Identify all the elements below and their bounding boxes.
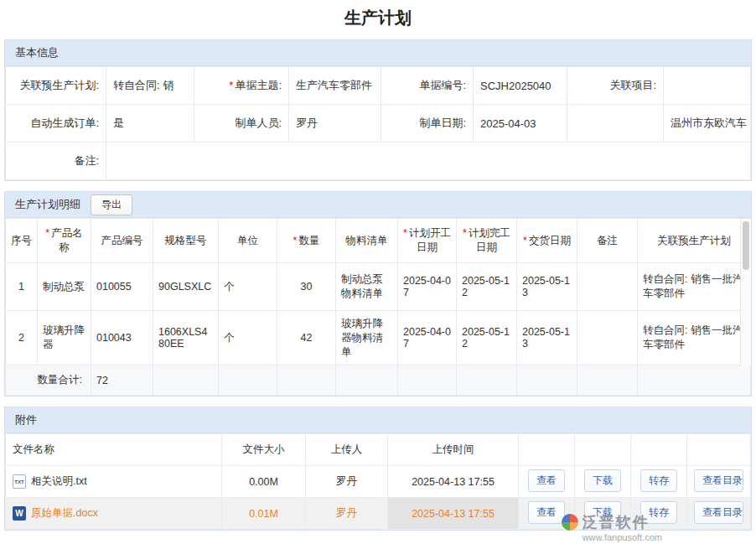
col-spec-model: 规格型号 [153,219,219,263]
detail-total-row: 数量合计: 72 [6,365,751,396]
remark-label: 备注: [6,142,106,180]
cell-qty: 30 [277,263,336,311]
col-seq: 序号 [6,219,38,263]
col-plan-start: *计划开工日期 [398,219,457,263]
basic-info-title: 基本信息 [15,45,59,60]
required-marker: * [463,227,467,239]
detail-title: 生产计划明细 [15,197,80,212]
attachments-header: 附件 [5,407,751,433]
file-upload-time: 2025-04-13 17:55 [388,498,519,530]
view-button[interactable]: 查看 [528,501,565,524]
attachment-row: TXT 相关说明.txt 0.00M 罗丹 2025-04-13 17:55 查… [6,466,751,498]
basic-info-section: 基本信息 关联预生产计划: 转自合同: 销 *单据主题: 生产汽车零部件 单据编… [4,39,752,181]
col-action-3 [631,434,687,466]
cell-plan-finish: 2025-05-12 [457,311,517,365]
scrollbar-thumb[interactable] [743,221,749,270]
required-marker: * [403,227,407,239]
cell-product-code: 010055 [91,263,153,311]
cell-plan-start: 2025-04-07 [398,263,457,311]
watermark-site: www.fanpusoft.com [583,532,662,542]
cell-product-code: 010043 [91,311,153,365]
download-button[interactable]: 下载 [584,501,621,524]
attachments-header-row: 文件名称 文件大小 上传人 上传时间 [6,434,751,466]
related-project-value [664,67,751,105]
file-size: 0.01M [222,498,306,530]
detail-table: 序号 *产品名称 产品编号 规格型号 单位 *数量 物料清单 *计划开工日期 *… [5,218,751,396]
col-unit: 单位 [219,219,277,263]
transfer-save-button[interactable]: 转存 [640,501,677,524]
cell-product-name: 玻璃升降器 [38,311,91,365]
detail-section: 生产计划明细 导出 序号 *产品名称 产品编号 规格型号 单位 *数量 物料清单… [4,191,752,396]
maker-value: 罗丹 [289,105,381,142]
col-product-name: *产品名称 [38,219,91,263]
cell-spec-model: 90GLSXLC [153,263,219,311]
attachment-row: W 原始单据.docx 0.01M 罗丹 2025-04-13 17:55 查看… [6,498,751,530]
cell-seq: 2 [6,311,38,365]
col-remark: 备注 [577,219,638,263]
file-upload-time: 2025-04-13 17:55 [388,466,519,498]
cell-remark [577,311,638,365]
col-upload-time: 上传时间 [388,434,519,466]
cell-qty: 42 [277,311,336,365]
col-plan-finish: *计划完工日期 [457,219,517,263]
col-action-4 [687,434,751,466]
detail-vertical-scrollbar[interactable] [740,219,751,366]
auto-order-value: 是 [106,105,194,142]
view-directory-button[interactable]: 查看目录 [694,469,743,492]
doc-number-value: SCJH2025040 [474,67,567,105]
col-file-name: 文件名称 [6,434,222,466]
cell-remark [577,263,638,311]
cell-related-preproduction: 转自合同: 销售一批汽车零部件 [638,263,751,311]
txt-file-icon: TXT [13,474,26,489]
file-name-link[interactable]: 相关说明.txt [31,474,87,489]
cell-delivery-date: 2025-05-13 [517,311,577,365]
detail-row: 2 玻璃升降器 010043 1606XLS480EE 个 42 玻璃升降器物料… [6,311,751,365]
file-name-link[interactable]: 原始单据.docx [31,506,98,521]
required-marker: * [229,79,233,91]
cell-related-preproduction: 转自合同: 销售一批汽车零部件 [638,311,751,365]
detail-header-row: 序号 *产品名称 产品编号 规格型号 单位 *数量 物料清单 *计划开工日期 *… [6,219,751,263]
col-bom: 物料清单 [336,219,398,263]
cell-delivery-date: 2025-05-13 [517,263,577,311]
related-preproduction-label: 关联预生产计划: [6,67,106,105]
col-action-2 [575,434,631,466]
file-uploader: 罗丹 [306,466,388,498]
col-file-size: 文件大小 [222,434,306,466]
cell-unit: 个 [219,311,277,365]
auto-order-label: 自动生成订单: [6,105,106,142]
required-marker: * [523,235,527,246]
total-qty-label: 数量合计: [6,365,91,396]
related-preproduction-value: 转自合同: 销 [106,67,194,105]
col-uploader: 上传人 [306,434,388,466]
view-button[interactable]: 查看 [528,469,565,492]
col-product-code: 产品编号 [91,219,153,263]
attachments-section: 附件 文件名称 文件大小 上传人 上传时间 TXT 相关说明.txt 0.00M [4,407,752,531]
detail-header: 生产计划明细 导出 [5,192,751,218]
cell-product-name: 制动总泵 [38,263,91,311]
transfer-save-button[interactable]: 转存 [640,469,677,492]
cell-unit: 个 [219,263,277,311]
col-qty: *数量 [277,219,336,263]
view-directory-button[interactable]: 查看目录 [694,501,743,524]
maker-label: 制单人员: [194,105,289,142]
required-marker: * [293,235,298,246]
related-project-label: 关联项目: [567,67,664,105]
basic-info-header: 基本信息 [5,40,751,66]
col-action-1 [519,434,575,466]
doc-subject-value: 生产汽车零部件 [289,67,381,105]
export-button[interactable]: 导出 [91,194,132,215]
col-delivery-date: *交货日期 [517,219,577,263]
attachments-table: 文件名称 文件大小 上传人 上传时间 TXT 相关说明.txt 0.00M 罗丹… [5,433,751,530]
cell-bom: 制动总泵物料清单 [336,263,398,311]
basic-info-form: 关联预生产计划: 转自合同: 销 *单据主题: 生产汽车零部件 单据编号: SC… [5,66,751,180]
cell-plan-start: 2025-04-07 [398,311,457,365]
make-date-value: 2025-04-03 [474,105,567,142]
cell-seq: 1 [6,263,38,311]
download-button[interactable]: 下载 [584,469,621,492]
page-title: 生产计划 [0,0,756,39]
detail-row: 1 制动总泵 010055 90GLSXLC 个 30 制动总泵物料清单 202… [6,263,751,311]
total-qty-value: 72 [91,365,153,396]
file-uploader: 罗丹 [306,498,388,530]
doc-subject-label: *单据主题: [194,67,289,105]
cell-bom: 玻璃升降器物料清单 [336,311,398,365]
